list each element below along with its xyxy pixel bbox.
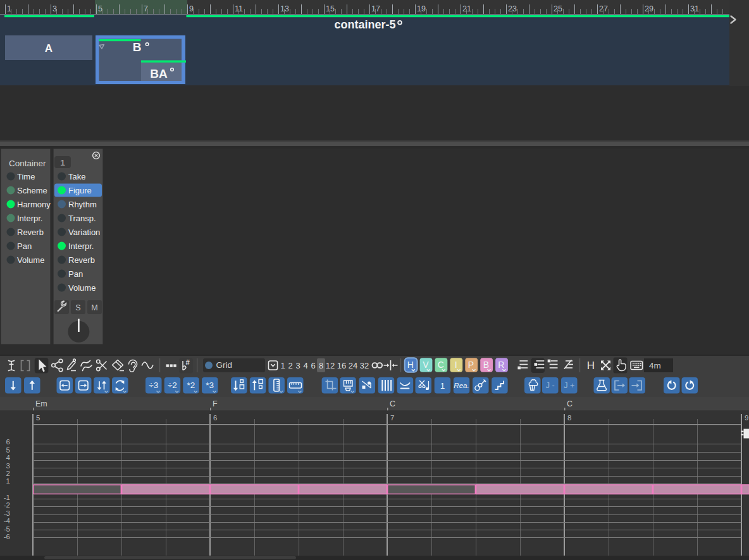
svg-text:P: P [468,360,474,370]
svg-text:6: 6 [311,361,315,370]
svg-text:*3: *3 [206,380,214,390]
svg-text:6: 6 [213,414,217,422]
svg-text:V: V [423,360,429,370]
svg-text:B: B [133,40,142,54]
svg-text:C: C [438,360,444,370]
svg-text:2: 2 [6,470,10,477]
svg-text:9: 9 [189,4,194,13]
svg-text:1: 1 [7,4,11,13]
svg-text:-6: -6 [4,533,10,540]
svg-text:Volume: Volume [17,255,44,265]
svg-text:#: # [186,358,190,366]
svg-text:15: 15 [326,4,335,13]
svg-text:Reverb: Reverb [68,255,95,265]
svg-text:29: 29 [645,4,653,13]
svg-text:Take: Take [68,172,85,181]
svg-text:16: 16 [337,361,346,370]
svg-text:Transp.: Transp. [68,214,96,223]
svg-text:Scheme: Scheme [17,186,47,195]
svg-text:*2: *2 [187,380,195,390]
svg-text:19: 19 [417,4,426,13]
svg-text:F: F [213,399,218,408]
svg-text:R: R [498,360,504,370]
svg-text:32: 32 [360,361,369,370]
svg-text:17: 17 [371,4,380,13]
svg-text:4m: 4m [649,361,661,370]
svg-text:C: C [390,399,395,408]
svg-text:8: 8 [567,414,571,422]
svg-text:Reverb: Reverb [17,228,44,237]
svg-text:12: 12 [326,361,335,370]
svg-text:Variation: Variation [68,228,100,237]
svg-text:13: 13 [280,4,289,13]
svg-text:5: 5 [98,4,102,13]
svg-text:Interpr.: Interpr. [68,241,94,251]
svg-text:Figure: Figure [68,186,92,195]
svg-text:BA: BA [150,67,168,80]
svg-text:1: 1 [280,361,285,370]
svg-text:Container: Container [9,159,46,168]
svg-text:Pan: Pan [68,269,83,279]
svg-text:3: 3 [6,462,10,470]
svg-text:Harmony: Harmony [17,200,51,209]
svg-text:23: 23 [508,4,517,13]
svg-text:5: 5 [6,446,10,454]
svg-text:J +: J + [564,381,574,390]
svg-text:1: 1 [6,477,10,485]
svg-text:3: 3 [295,361,300,370]
svg-text:Rea.: Rea. [454,382,469,389]
svg-text:4: 4 [303,361,307,370]
svg-text:11: 11 [235,4,243,13]
svg-text:25: 25 [554,4,562,13]
svg-text:4: 4 [6,454,11,461]
svg-text:-3: -3 [4,509,10,517]
svg-text:27: 27 [599,4,608,13]
svg-text:-4: -4 [4,517,11,525]
svg-text:31: 31 [690,4,699,13]
svg-text:Em: Em [35,399,47,408]
svg-text:-1: -1 [4,494,10,501]
svg-text:3: 3 [53,4,57,13]
svg-text:S: S [75,303,80,312]
svg-text:I: I [455,360,457,370]
svg-text:H: H [587,360,595,372]
svg-text:-5: -5 [4,525,10,533]
svg-text:24: 24 [349,361,357,370]
svg-text:Time: Time [17,172,35,181]
svg-text:container-5: container-5 [334,18,395,31]
svg-text:5: 5 [36,414,40,422]
svg-text:Interpr.: Interpr. [17,214,42,223]
svg-text:6: 6 [6,438,10,446]
svg-text:1: 1 [440,381,445,391]
svg-text:9: 9 [745,414,748,422]
svg-text:B: B [483,360,489,370]
svg-text:÷3: ÷3 [149,380,158,390]
svg-text:M: M [91,303,97,312]
svg-text:J -: J - [546,381,555,390]
svg-text:1: 1 [60,158,65,167]
svg-text:7: 7 [144,4,148,13]
svg-text:-2: -2 [4,501,10,509]
svg-text:2: 2 [288,361,292,370]
svg-text:7: 7 [390,414,394,422]
svg-text:H: H [407,360,414,370]
svg-text:÷2: ÷2 [168,380,177,390]
svg-text:8: 8 [319,361,323,370]
svg-text:21: 21 [462,4,471,13]
svg-text:Grid: Grid [216,360,233,370]
svg-text:Rhythm: Rhythm [68,200,97,209]
svg-text:Pan: Pan [17,241,32,251]
svg-text:C: C [567,399,573,408]
svg-text:A: A [45,42,53,54]
svg-text:Volume: Volume [68,283,96,293]
